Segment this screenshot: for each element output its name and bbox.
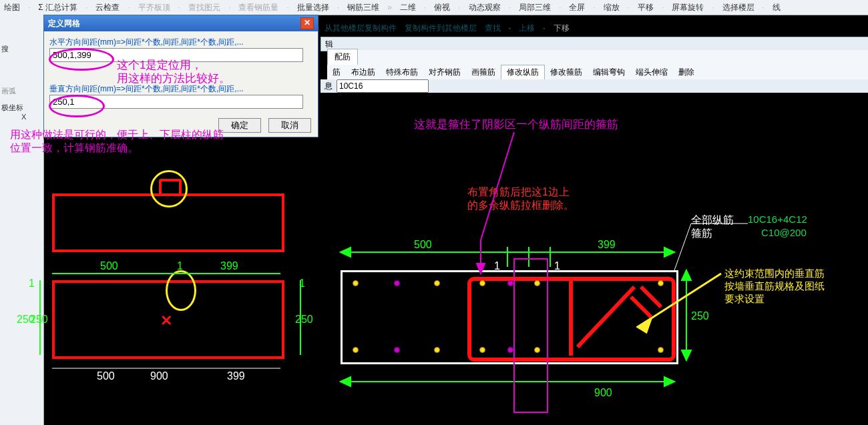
- search-label: 搜: [1, 44, 42, 54]
- dim-l-1rt: 1: [299, 278, 305, 290]
- subtab-del[interactable]: 删除: [673, 67, 700, 78]
- rebar-label-2: 箍筋: [691, 227, 712, 241]
- dot: [658, 347, 664, 353]
- tool-draw[interactable]: 绘图: [0, 2, 24, 13]
- dot: [394, 280, 400, 286]
- yellow-ellipse-1: [166, 270, 196, 311]
- dot: [434, 280, 440, 286]
- tool-line[interactable]: 线: [769, 2, 785, 13]
- tool-rebar-q[interactable]: 查看钢筋量: [234, 2, 282, 13]
- dim-l-1t: 1: [177, 260, 183, 272]
- tool-zoom[interactable]: 缩放: [600, 2, 624, 13]
- close-icon[interactable]: ✕: [300, 17, 314, 29]
- tool-align[interactable]: 平齐板顶: [134, 2, 174, 13]
- tool-copyfrom[interactable]: 从其他楼层复制构件: [320, 23, 401, 34]
- dot: [353, 347, 359, 353]
- red-x-icon: ✕: [160, 312, 172, 330]
- tool-find2[interactable]: 查找: [481, 23, 505, 34]
- tool-3d[interactable]: 钢筋三维: [343, 2, 383, 13]
- subtab-modhoop[interactable]: 修改箍筋: [545, 67, 588, 78]
- left-x: X: [1, 113, 26, 121]
- tool-batch[interactable]: 批量选择: [293, 2, 333, 13]
- anno-5: 这约束范围内的垂直筋按墙垂直筋规格及图纸要求设置: [724, 267, 825, 305]
- rebar-val-1: 10C16+4C12: [748, 214, 807, 225]
- tool-sum[interactable]: Σ 汇总计算: [34, 2, 81, 13]
- dim-r-399: 399: [598, 239, 616, 251]
- ok-button[interactable]: 确定: [218, 118, 261, 133]
- cancel-button[interactable]: 取消: [268, 118, 311, 133]
- tool-up[interactable]: 上移: [515, 23, 539, 34]
- red-divider: [569, 281, 573, 356]
- svg-marker-12: [664, 377, 674, 386]
- tool-rotate[interactable]: 屏幕旋转: [668, 2, 708, 13]
- v-value-highlight: [49, 95, 105, 117]
- svg-marker-11: [341, 377, 351, 386]
- tab-rebar[interactable]: 配筋: [327, 49, 358, 65]
- dim-l-900b: 900: [150, 370, 168, 382]
- tool-cloud[interactable]: 云检查: [91, 2, 124, 13]
- tool-local3d[interactable]: 局部三维: [515, 2, 555, 13]
- anno-2: 用这种做法是可行的，便于上、下层柱的纵筋位置一致，计算钢筋准确。: [10, 128, 224, 155]
- rebar-val-2: C10@200: [761, 227, 807, 238]
- dim-r-1b: 1: [554, 260, 560, 272]
- tool-topview[interactable]: 俯视: [430, 2, 454, 13]
- left-arc[interactable]: 画弧: [1, 86, 42, 96]
- infobar: 息: [320, 79, 868, 93]
- dot: [479, 347, 485, 353]
- tool-floor[interactable]: 选择楼层: [718, 2, 758, 13]
- dot: [479, 280, 485, 286]
- tabrow: 配筋: [327, 50, 868, 65]
- svg-marker-6: [664, 248, 674, 257]
- dot: [534, 280, 540, 286]
- info-input[interactable]: [337, 79, 429, 93]
- dim-r-500: 500: [414, 239, 432, 251]
- rebar-label-1: 全部纵筋: [691, 214, 734, 228]
- dim-l-250r: 250: [295, 314, 313, 326]
- subtab-drawhoop[interactable]: 画箍筋: [466, 67, 501, 78]
- dot: [434, 347, 440, 353]
- subtab-row: 筋 布边筋 特殊布筋 对齐钢筋 画箍筋 修改纵筋 修改箍筋 编辑弯钩 端头伸缩 …: [327, 65, 868, 79]
- dot: [534, 347, 540, 353]
- dim-l-1lt: 1: [29, 278, 35, 290]
- subtab-hook[interactable]: 编辑弯钩: [588, 67, 630, 78]
- anno-3: 这就是箍住了阴影区一个纵筋间距的箍筋: [414, 118, 618, 131]
- svg-line-23: [674, 224, 691, 270]
- tool-pan[interactable]: 平移: [634, 2, 658, 13]
- dialog-titlebar[interactable]: 定义网格 ✕: [44, 15, 318, 31]
- tool-dyn[interactable]: 动态观察: [465, 2, 505, 13]
- subtab-special[interactable]: 特殊布筋: [381, 67, 423, 78]
- dot: [353, 280, 359, 286]
- toolbar2: 从其他楼层复制构件 复制构件到其他楼层 查找· 上移· 下移: [320, 21, 574, 35]
- h-value-highlight: [49, 48, 114, 71]
- dim-r-900: 900: [594, 387, 612, 399]
- dim-l-500t: 500: [100, 260, 118, 272]
- tool-copyto[interactable]: 复制构件到其他楼层: [401, 23, 481, 34]
- tool-find[interactable]: 查找图元: [184, 2, 224, 13]
- left-polar[interactable]: 极坐标: [1, 103, 42, 113]
- dot: [658, 280, 664, 286]
- subtab-0[interactable]: 筋: [327, 67, 346, 78]
- subtab-end[interactable]: 端头伸缩: [630, 67, 673, 78]
- subtab-align[interactable]: 对齐钢筋: [423, 67, 466, 78]
- dot: [507, 347, 513, 353]
- tool-full[interactable]: 全屏: [565, 2, 589, 13]
- subtab-side[interactable]: 布边筋: [346, 67, 381, 78]
- dim-l-399t: 399: [220, 260, 238, 272]
- anno-4: 布置角筋后把这1边上的多余纵筋拉框删除。: [467, 185, 574, 212]
- left-panel: 搜 画弧 极坐标 X: [0, 15, 44, 425]
- anno-1: 这个1是定位用，用这样的方法比较好。: [117, 59, 230, 85]
- tool-2d[interactable]: 二维: [396, 2, 420, 13]
- dot: [394, 347, 400, 353]
- dim-l-250lb: 250: [30, 314, 48, 326]
- dim-r-1a: 1: [494, 260, 500, 272]
- tool-down[interactable]: 下移: [550, 23, 574, 34]
- edit-header: 辑: [320, 37, 868, 51]
- dim-l-500b: 500: [97, 370, 115, 382]
- dot: [507, 280, 513, 286]
- main-toolbar: 绘图· Σ 汇总计算· 云检查· 平齐板顶· 查找图元· 查看钢筋量· 批量选择…: [0, 0, 868, 15]
- dim-l-399b: 399: [227, 370, 245, 382]
- svg-marker-8: [682, 270, 691, 280]
- info-label: 息: [320, 81, 337, 92]
- subtab-modlong[interactable]: 修改纵筋: [501, 65, 545, 80]
- svg-marker-5: [341, 248, 351, 257]
